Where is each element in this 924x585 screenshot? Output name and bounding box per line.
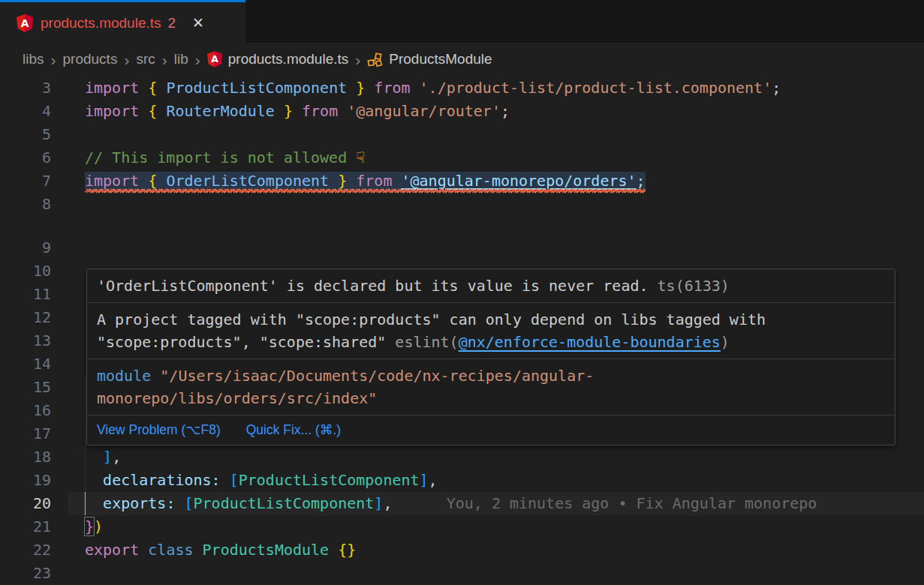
line-number[interactable]: 10 [0,260,51,283]
code-token: } [356,79,365,97]
code-token: ; [772,79,781,97]
line-number[interactable]: 11 [0,283,51,306]
module-specifier-link[interactable]: '@angular-monorepo/orders' [402,172,637,190]
code-line[interactable]: declarations: [ProductListComponent], [85,469,438,492]
code-token: export [85,541,139,559]
code-token [221,471,230,489]
code-token [347,172,356,190]
code-token: declarations: [103,471,221,489]
line-number[interactable]: 8 [0,193,51,216]
code-token: ; [501,102,510,120]
editor[interactable]: 3import { ProductListComponent } from '.… [0,75,924,585]
code-line[interactable]: ], [85,446,121,469]
line-number[interactable]: 16 [0,399,51,422]
code-token: '@angular/router' [347,102,501,120]
code-token [175,494,184,512]
module-path-text2: monorepo/libs/orders/src/index" [97,389,377,407]
code-line[interactable]: }) [85,515,103,538]
error-squiggle [85,188,646,194]
breadcrumb-item-lib[interactable]: lib [174,51,188,68]
eslint-rule-link[interactable]: @nx/enforce-module-boundaries [459,333,721,351]
hover-module-path: module "/Users/isaac/Documents/code/nx-r… [87,358,895,415]
line-number[interactable]: 17 [0,422,51,446]
code-token: RouterModule [166,102,275,120]
code-token: } [284,102,293,120]
code-token [157,172,166,190]
breadcrumb-separator: › [51,52,56,68]
breadcrumb-separator: › [162,52,167,68]
line-number[interactable]: 23 [0,562,51,585]
error-hover-popup: 'OrderListComponent' is declared but its… [86,268,895,446]
line-number[interactable]: 18 [0,446,51,469]
code-token: { [148,102,157,120]
code-line[interactable]: import { ProductListComponent } from './… [85,76,781,100]
breadcrumb: libs › products › src › lib › A products… [0,44,924,75]
code-token: './product-list/product-list.component' [420,79,772,97]
code-token [293,102,302,120]
indent-guide [85,492,86,515]
svg-text:A: A [21,16,29,28]
line-number[interactable]: 3 [0,76,51,100]
line-number[interactable]: 4 [0,100,51,123]
quick-fix-action[interactable]: Quick Fix... (⌘.) [246,422,341,438]
line-number[interactable]: 9 [0,236,51,260]
indent-guide [85,399,86,422]
code-token: import [85,102,139,120]
breadcrumb-item-src[interactable]: src [136,51,155,68]
code-token: [ [230,471,239,489]
code-line[interactable]: import { RouterModule } from '@angular/r… [85,100,510,123]
code-line[interactable]: // This import is not allowed ☟ [85,146,365,170]
line-number[interactable]: 6 [0,146,51,170]
breadcrumb-item-symbol[interactable]: ProductsModule [389,51,492,68]
line-number[interactable]: 12 [0,306,51,329]
breadcrumb-item-file[interactable]: products.module.ts [228,51,349,68]
code-line[interactable]: export class ProductsModule {} [85,538,356,562]
code-token: ProductListComponent [166,79,347,97]
indent-guide [85,446,86,469]
code-token: from [356,172,392,190]
code-token: import [85,79,139,97]
code-token: ] [374,494,383,512]
code-token: exports: [103,494,175,512]
code-token: class [148,541,193,559]
code-token: ProductListComponent [194,494,375,512]
breadcrumb-item-products[interactable]: products [63,51,118,68]
line-number[interactable]: 7 [0,170,51,193]
code-token [411,79,420,97]
code-token [85,471,103,489]
tab-products-module[interactable]: A products.module.ts 2 ✕ [0,0,245,44]
tab-close-icon[interactable]: ✕ [192,16,204,30]
code-token: from [374,79,410,97]
line-number[interactable]: 13 [0,329,51,352]
line-number[interactable]: 15 [0,376,51,399]
hover-status-bar: View Problem (⌥F8) Quick Fix... (⌘.) [87,415,895,445]
class-symbol-icon [367,52,383,68]
code-token [139,541,148,559]
code-token: { [148,172,157,190]
code-token: ] [420,471,429,489]
indent-guide [85,422,86,446]
breadcrumb-separator: › [124,52,129,68]
line-number[interactable]: 14 [0,352,51,376]
code-line[interactable]: exports: [ProductListComponent],You, 2 m… [85,492,817,515]
breadcrumb-item-libs[interactable]: libs [23,51,44,68]
code-token [85,448,103,466]
hover-diagnostic-ts: 'OrderListComponent' is declared but its… [87,269,895,302]
line-number[interactable]: 21 [0,515,51,538]
line-number[interactable]: 22 [0,538,51,562]
view-problem-action[interactable]: View Problem (⌥F8) [97,422,221,438]
code-token [329,541,338,559]
code-token: { [148,79,157,97]
line-number[interactable]: 19 [0,469,51,492]
code-token [139,102,148,120]
line-number[interactable]: 20 [0,492,51,515]
code-token: [ [184,494,193,512]
code-line[interactable]: import { OrderListComponent } from '@ang… [85,170,646,193]
code-token [338,102,347,120]
code-token: ; [637,172,646,190]
code-token: OrderListComponent [166,172,329,190]
code-token [139,79,148,97]
ts-diagnostic-source: ts(6133) [658,277,730,295]
line-number[interactable]: 5 [0,123,51,146]
code-token: {} [338,541,356,559]
